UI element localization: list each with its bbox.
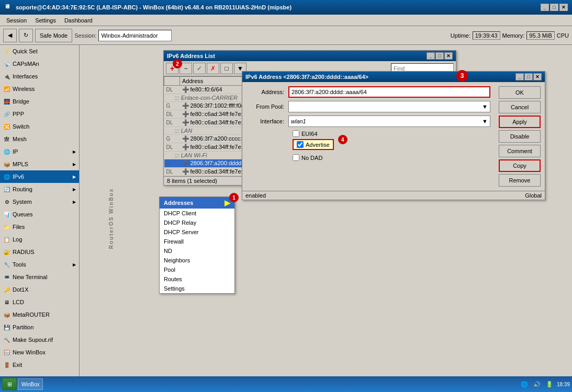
sidebar-item-ipv6[interactable]: 🌐 IPv6 ▶ [0, 170, 79, 183]
detail-maximize[interactable]: □ [524, 73, 533, 80]
cancel-button[interactable]: Cancel [499, 101, 541, 113]
no-dad-label[interactable]: No DAD [293, 154, 322, 161]
sidebar-item-metarouter[interactable]: 📦 MetaROUTER [0, 308, 79, 321]
sidebar-item-new-winbox[interactable]: 🪟 New WinBox [0, 346, 79, 359]
toolbar: ◀ ↻ Safe Mode Session: Uptime: 19:39:43 … [0, 26, 572, 45]
add-address-button[interactable]: + 2 [166, 63, 178, 74]
ipv6-list-close[interactable]: ✕ [444, 52, 453, 60]
remove-button[interactable]: Remove [499, 174, 541, 187]
from-pool-row: From Pool: ▼ [246, 101, 490, 112]
disable-button[interactable]: Disable [499, 130, 541, 143]
sidebar-item-lcd[interactable]: 🖥 LCD [0, 296, 79, 308]
sidebar-item-files[interactable]: 📁 Files [0, 221, 79, 233]
move-button[interactable]: □ [220, 63, 233, 74]
sidebar-item-interfaces[interactable]: 🔌 Interfaces [0, 70, 79, 83]
menu-item-dhcp-relay[interactable]: DHCP Relay [160, 218, 234, 227]
uptime-value: 19:39:43 [473, 31, 500, 40]
sidebar-item-mpls[interactable]: 📦 MPLS ▶ [0, 158, 79, 170]
address-row: Address: [246, 86, 490, 98]
ipv6-list-maximize[interactable]: □ [435, 52, 444, 60]
title-bar: 🖥 soporte@C4:AD:34:7E:92:5C (LAB-ISP-ABC… [0, 0, 572, 15]
sidebar-item-bridge[interactable]: 🌉 Bridge [0, 95, 79, 108]
sidebar-item-exit[interactable]: 🚪 Exit [0, 359, 79, 371]
sidebar-item-capsman[interactable]: 📡 CAPsMAn [0, 57, 79, 70]
sidebar-item-radius[interactable]: 🔐 RADIUS [0, 246, 79, 258]
eui64-checkbox[interactable] [293, 130, 299, 137]
taskbar-winbox[interactable]: WinBox [18, 378, 43, 390]
detail-status-right: Global [525, 192, 542, 199]
detail-badge: 3 [456, 70, 468, 82]
menu-item-settings[interactable]: Settings [160, 284, 234, 293]
sidebar-label-system: System [13, 199, 32, 205]
safe-mode-button[interactable]: Safe Mode [35, 29, 72, 42]
sidebar-item-new-terminal[interactable]: 💻 New Terminal [0, 271, 79, 283]
menu-item-firewall[interactable]: Firewall [160, 237, 234, 246]
menu-item-routes[interactable]: Routes [160, 274, 234, 284]
sidebar-item-tools[interactable]: 🔧 Tools ▶ [0, 258, 79, 271]
back-button[interactable]: ◀ [3, 29, 17, 42]
apply-button[interactable]: Apply [499, 116, 541, 128]
session-input[interactable] [98, 30, 172, 41]
sidebar-item-wireless[interactable]: 📶 Wireless [0, 83, 79, 95]
eui64-label[interactable]: EUI64 [293, 130, 318, 137]
sidebar-item-ip[interactable]: 🌐 IP ▶ [0, 145, 79, 158]
sidebar-item-log[interactable]: 📋 Log [0, 233, 79, 246]
ipv6-list-title-bar: IPv6 Address List _ □ ✕ [164, 51, 456, 61]
sidebar-item-partition[interactable]: 💾 Partition [0, 321, 79, 333]
no-dad-checkbox[interactable] [293, 154, 299, 161]
sidebar-label-ipv6: IPv6 [13, 174, 24, 180]
sidebar-item-routing[interactable]: 🔄 Routing ▶ [0, 183, 79, 195]
addresses-badge: 1 [229, 193, 239, 202]
no-dad-row: No DAD [246, 154, 490, 161]
ok-button[interactable]: OK [499, 86, 541, 99]
sidebar-label-exit: Exit [13, 362, 22, 368]
from-pool-arrow: ▼ [482, 103, 488, 110]
enable-button[interactable]: ✓ [193, 63, 206, 74]
menu-item-dhcp-client[interactable]: DHCP Client [160, 209, 234, 218]
sidebar-label-queues: Queues [13, 211, 33, 217]
start-button[interactable]: ⊞ [2, 378, 17, 390]
addresses-label: Addresses [164, 200, 193, 206]
from-pool-select[interactable]: ▼ [288, 101, 490, 112]
ipv6-list-minimize[interactable]: _ [427, 52, 435, 60]
interface-select[interactable]: wlan1 ▼ [288, 116, 490, 127]
sidebar-item-system[interactable]: ⚙ System ▶ [0, 195, 79, 208]
tools-icon: 🔧 [3, 261, 10, 268]
menu-item-nd[interactable]: ND [160, 246, 234, 256]
sidebar-item-queues[interactable]: 📊 Queues [0, 208, 79, 221]
minimize-button[interactable]: _ [541, 4, 549, 11]
ipv6-detail-title-bar: IPv6 Address <2806:3f7:a200:dddd::aaaa/6… [242, 72, 545, 82]
refresh-button[interactable]: ↻ [19, 29, 33, 42]
quick-set-icon: ⚡ [3, 48, 10, 55]
sidebar-item-ppp[interactable]: 🔗 PPP [0, 108, 79, 120]
advertise-checkbox[interactable] [297, 141, 304, 148]
title-bar-buttons: _ □ ✕ [541, 4, 568, 11]
detail-minimize[interactable]: _ [515, 73, 524, 80]
menu-session[interactable]: Session [2, 16, 31, 25]
app-icon: 🖥 [4, 3, 13, 11]
lcd-icon: 🖥 [3, 298, 10, 306]
menu-settings[interactable]: Settings [31, 16, 60, 25]
new-winbox-icon: 🪟 [3, 349, 10, 356]
sidebar-label-quick-set: Quick Set [13, 48, 38, 54]
menu-item-dhcp-server[interactable]: DHCP Server [160, 227, 234, 237]
menu-item-pool[interactable]: Pool [160, 265, 234, 274]
close-button[interactable]: ✕ [559, 4, 568, 11]
sidebar-item-dot1x[interactable]: 🔑 Dot1X [0, 283, 79, 296]
sidebar-item-make-supout[interactable]: 🔨 Make Supout.rif [0, 333, 79, 346]
disable-button[interactable]: ✗ [207, 63, 219, 74]
metarouter-icon: 📦 [3, 311, 10, 318]
address-input[interactable] [288, 86, 490, 98]
detail-close[interactable]: ✕ [533, 73, 542, 80]
copy-button[interactable]: Copy [499, 159, 541, 172]
menu-item-addresses[interactable]: Addresses ▶ 1 [160, 197, 234, 209]
sidebar-item-quick-set[interactable]: ⚡ Quick Set [0, 45, 79, 57]
comment-button[interactable]: Comment [499, 145, 541, 157]
advertise-label: Advertise [306, 142, 330, 148]
maximize-button[interactable]: □ [550, 4, 558, 11]
sidebar-item-mesh[interactable]: 🕸 Mesh [0, 133, 79, 145]
menu-item-neighbors[interactable]: Neighbors [160, 256, 234, 265]
sidebar-item-switch[interactable]: 🔀 Switch [0, 120, 79, 133]
menu-dashboard[interactable]: Dashboard [60, 16, 97, 25]
col-header-prefix[interactable] [164, 77, 180, 86]
